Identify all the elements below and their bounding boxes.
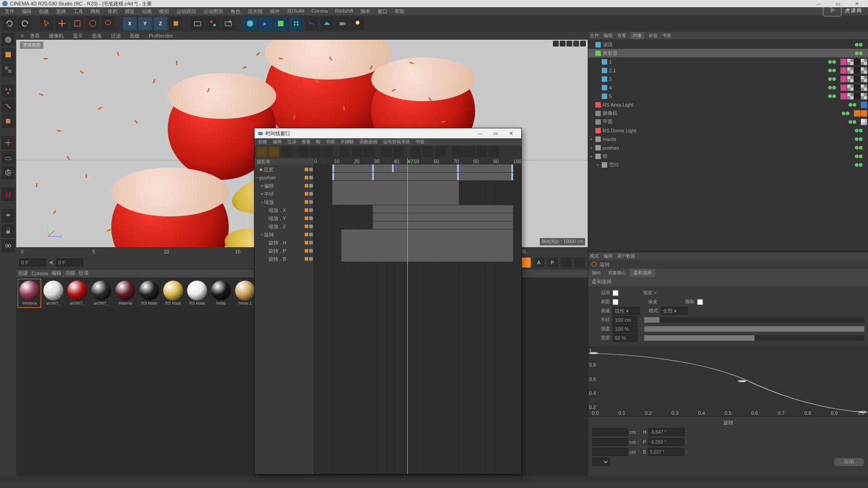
visibility-dot[interactable] [849, 103, 852, 107]
menu-工具[interactable]: 工具 [70, 7, 87, 15]
expand-toggle[interactable]: + [589, 154, 594, 159]
timeline-track-list[interactable]: 摄影表 ■总览−pushan+偏移+半径−缩放缩放 . X缩放 . Y缩放 . … [255, 158, 314, 474]
material-item[interactable]: RS Mate [138, 279, 160, 307]
expand-toggle[interactable]: + [589, 136, 594, 142]
menu-运动跟踪[interactable]: 运动跟踪 [173, 7, 200, 15]
keyframe[interactable] [457, 164, 459, 172]
visibility-dot[interactable] [832, 94, 836, 98]
pen-tool-button[interactable] [259, 17, 272, 30]
render-region-button[interactable] [206, 17, 220, 30]
model-mode-button[interactable] [1, 33, 15, 47]
tl-track[interactable]: −旋转 [255, 230, 314, 239]
tl-clip[interactable] [332, 164, 513, 172]
object-tag[interactable] [840, 59, 847, 65]
tl-track[interactable]: −pushan [255, 174, 314, 182]
object-row[interactable]: 摄像机 [588, 109, 868, 117]
render-button[interactable] [191, 17, 204, 30]
material-item[interactable]: arch67_ [90, 279, 113, 307]
objpanel-tab-书签[interactable]: 书签 [662, 33, 671, 39]
visibility-dot[interactable] [855, 43, 859, 47]
tl-track[interactable]: +半径 [255, 190, 314, 198]
tl-menu-item[interactable]: 过滤 [284, 138, 299, 145]
visibility-dot[interactable] [859, 129, 863, 132]
keyframe[interactable] [332, 173, 334, 180]
object-tag[interactable] [854, 67, 860, 74]
tl-menu-item[interactable]: 帧 [313, 138, 323, 145]
object-row[interactable]: + pushan [588, 143, 868, 152]
camera-button[interactable] [335, 17, 349, 30]
object-row[interactable]: − 发射器 [588, 49, 868, 57]
magnet-button[interactable] [1, 188, 15, 201]
visibility-dot[interactable] [855, 137, 859, 141]
tl-menu-item[interactable]: 功能 [323, 138, 338, 145]
tl-clip[interactable] [373, 205, 513, 213]
tl-ease-1[interactable] [452, 146, 463, 157]
object-row[interactable]: 2.1 [588, 66, 868, 75]
object-tag[interactable] [854, 76, 860, 82]
visibility-dot[interactable] [859, 155, 863, 158]
visibility-dot[interactable] [832, 60, 836, 64]
visibility-dot[interactable] [855, 146, 859, 150]
attr-tab[interactable]: 对象轴心 [604, 269, 630, 277]
vp-tab-选项[interactable]: 选项 [89, 32, 104, 40]
tl-track[interactable]: 缩放 . Z [255, 222, 314, 230]
object-tag[interactable] [840, 93, 847, 99]
visibility-dot[interactable] [853, 103, 856, 107]
visibility-dot[interactable] [853, 120, 856, 124]
object-row[interactable]: + maobi [588, 135, 868, 143]
menu-Redshift[interactable]: Redshift [331, 7, 357, 15]
object-row[interactable]: 平面 [588, 117, 868, 126]
attr-checkbox[interactable] [697, 299, 703, 305]
object-tree[interactable]: 湍流 − 发射器 1 2.1 3 4 5 RS Area Ligh [588, 39, 868, 252]
tl-curve-2[interactable] [393, 146, 404, 157]
keyframe[interactable] [372, 164, 374, 172]
falloff-curve[interactable]: 0.00.10.20.30.40.50.60.70.80.91.0 10.80.… [588, 346, 868, 416]
object-tag[interactable] [847, 93, 854, 99]
object-tag[interactable] [847, 76, 854, 82]
objpanel-tab-查看[interactable]: 查看 [617, 33, 626, 39]
expand-toggle[interactable]: + [589, 145, 594, 150]
tl-clip[interactable] [332, 181, 459, 205]
material-item[interactable]: heise.1 [234, 279, 256, 307]
objpanel-tab-对象[interactable]: 对象 [631, 32, 644, 39]
object-row[interactable]: 5 [588, 92, 868, 100]
menu-动画[interactable]: 动画 [138, 7, 156, 15]
tl-track[interactable]: 旋转 . P [255, 247, 314, 255]
tl-key-move[interactable] [364, 146, 375, 157]
vp-nav-1[interactable] [553, 41, 559, 47]
tl-menu-item[interactable]: 函数曲线 [357, 138, 380, 145]
coord-cell[interactable] [592, 428, 628, 436]
expand-toggle[interactable]: + [260, 191, 264, 197]
material-item[interactable]: heise [210, 279, 232, 307]
objpanel-tab-文件[interactable]: 文件 [590, 33, 599, 39]
tl-menu-item[interactable]: 编辑 [270, 138, 284, 145]
vp-tab-过滤[interactable]: 过滤 [108, 32, 123, 40]
object-tag[interactable] [861, 119, 867, 125]
timeline-playhead[interactable] [407, 158, 408, 474]
timeline-frame-ruler[interactable]: 010203040475060708090100 [314, 158, 521, 164]
goto-frame-field[interactable]: 0 F [56, 258, 83, 267]
vp-nav-2[interactable] [560, 41, 566, 47]
current-frame-field[interactable]: 0 F [19, 258, 46, 267]
timeline-titlebar[interactable]: 时间线窗口 — ▭ ✕ [255, 128, 521, 138]
object-tag[interactable] [861, 102, 867, 108]
coord-value[interactable]: -5.647 ° [648, 428, 684, 436]
attr-slider[interactable] [644, 317, 864, 323]
attr-top-用户数据[interactable]: 用户数据 [617, 253, 635, 259]
tl-mode-fcurve[interactable] [269, 146, 279, 157]
visibility-dot[interactable] [859, 137, 863, 141]
poly-mode-button[interactable] [1, 114, 15, 128]
edge-mode-button[interactable] [1, 99, 15, 113]
menu-网格[interactable]: 网格 [87, 7, 104, 15]
visibility-dot[interactable] [828, 86, 832, 89]
rotate-tool[interactable] [86, 17, 99, 30]
object-tag[interactable] [854, 59, 860, 65]
mat-tab[interactable]: 编辑 [52, 270, 61, 277]
array-button[interactable] [289, 17, 303, 30]
menu-文件[interactable]: 文件 [1, 7, 18, 15]
coord-mode-select[interactable] [592, 458, 610, 466]
tl-tool-2[interactable] [310, 146, 321, 157]
undo-button[interactable] [3, 17, 16, 30]
menu-选择[interactable]: 选择 [52, 7, 70, 15]
material-item[interactable]: Materia [114, 279, 137, 307]
